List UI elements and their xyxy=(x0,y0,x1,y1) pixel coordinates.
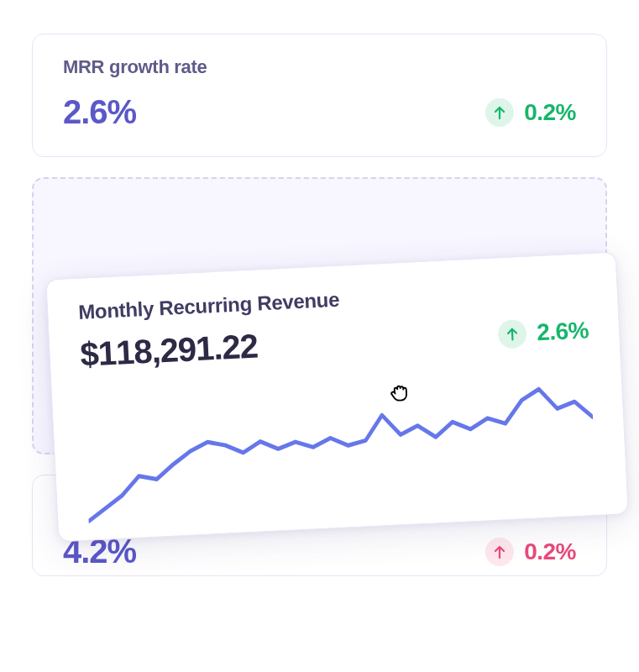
card-row: $118,291.22 2.6% xyxy=(80,311,589,374)
arrow-up-icon xyxy=(485,538,514,566)
card-row: 2.6% 0.2% xyxy=(63,93,576,131)
metric-value: 2.6% xyxy=(63,93,136,131)
card-title: MRR growth rate xyxy=(63,56,576,78)
card-row: 4.2% 0.2% xyxy=(63,533,576,570)
sparkline-chart xyxy=(82,372,598,539)
metric-delta: 2.6% xyxy=(497,316,589,349)
arrow-up-icon xyxy=(485,98,514,127)
arrow-up-icon xyxy=(497,318,527,349)
metric-delta: 0.2% xyxy=(485,538,576,566)
delta-value: 0.2% xyxy=(524,99,576,126)
card-monthly-recurring-revenue[interactable]: Monthly Recurring Revenue $118,291.22 2.… xyxy=(45,252,628,543)
card-mrr-growth-rate[interactable]: MRR growth rate 2.6% 0.2% xyxy=(32,34,607,157)
metric-delta: 0.2% xyxy=(485,98,576,127)
delta-value: 0.2% xyxy=(524,538,576,565)
delta-value: 2.6% xyxy=(536,317,589,346)
metric-value: $118,291.22 xyxy=(80,328,259,374)
